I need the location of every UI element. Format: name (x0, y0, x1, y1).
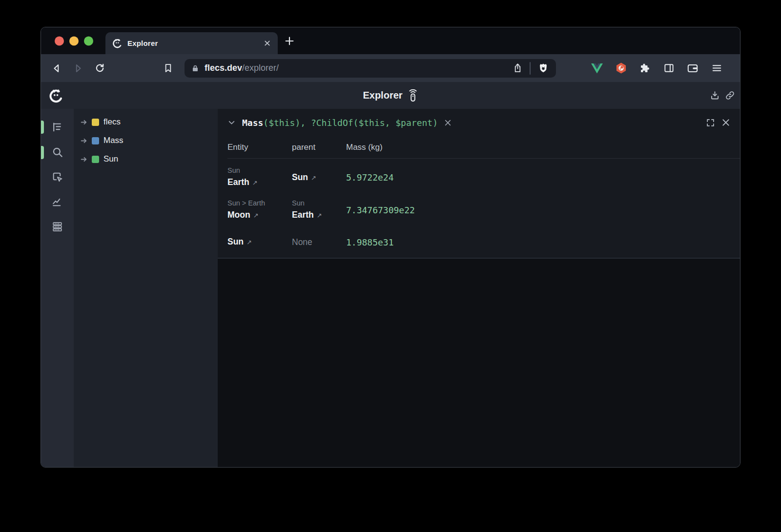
parent-cell: Sun↗ (292, 165, 346, 189)
copy-link-icon[interactable] (724, 90, 735, 101)
entity-path: Sun > Earth (227, 198, 292, 208)
page-header: Explorer (41, 82, 740, 109)
column-header-mass: Mass (kg) (346, 143, 740, 152)
mass-cell: 5.9722e24 (346, 165, 740, 189)
tree-item-label: Mass (103, 136, 123, 145)
back-button[interactable] (46, 58, 67, 79)
clear-query-icon[interactable] (444, 119, 452, 127)
browser-tab[interactable]: Explorer (105, 32, 278, 54)
mass-cell: 1.9885e31 (346, 235, 740, 249)
browser-window: Explorer flecs.dev/explorer/ (41, 27, 740, 468)
active-indicator-tree (41, 121, 44, 134)
open-link-icon[interactable]: ↗ (317, 212, 322, 219)
parent-none: None (292, 236, 312, 249)
open-link-icon[interactable]: ↗ (311, 174, 316, 182)
entity-cell: Sun Earth↗ (227, 165, 292, 189)
left-icon-sidebar (41, 109, 74, 467)
url-domain: flecs.dev (205, 63, 242, 73)
entity-link[interactable]: Earth↗ (227, 176, 292, 189)
entity-color-swatch (92, 137, 99, 144)
page-header-actions (709, 90, 735, 101)
query-search-icon[interactable] (47, 140, 68, 164)
urlbar-divider (530, 62, 531, 75)
entity-tree-icon[interactable] (47, 115, 68, 140)
bookmark-icon[interactable] (157, 58, 179, 79)
active-indicator-query (41, 146, 44, 159)
tab-favicon-flecs-icon (112, 38, 123, 48)
browser-toolbar: flecs.dev/explorer/ (41, 54, 740, 82)
extensions-puzzle-icon[interactable] (638, 61, 652, 75)
forward-button[interactable] (67, 58, 89, 79)
mass-value: 7.34767309e22 (346, 205, 415, 215)
tree-item-label: Sun (103, 154, 118, 164)
close-window-button[interactable] (55, 36, 64, 45)
tree-item-sun[interactable]: Sun (74, 150, 218, 168)
open-link-icon[interactable]: ↗ (253, 212, 259, 219)
parent-path: Sun (292, 198, 346, 208)
close-panel-icon[interactable] (721, 118, 730, 127)
mass-value: 5.9722e24 (346, 172, 394, 183)
entity-link[interactable]: Moon↗ (227, 208, 292, 222)
open-link-icon[interactable]: ↗ (247, 239, 252, 246)
reload-button[interactable] (89, 58, 110, 79)
expand-arrow-icon[interactable] (80, 155, 88, 164)
table-row: Sun↗ None 1.9885e31 (227, 231, 740, 258)
menu-icon[interactable] (710, 61, 723, 75)
fullscreen-icon[interactable] (706, 118, 715, 127)
query-results-table: Entity parent Mass (kg) Sun Earth↗ Sun↗ (218, 136, 740, 258)
table-header-row: Entity parent Mass (kg) (227, 136, 740, 159)
query-expression[interactable]: Mass($this), ?ChildOf($this, $parent) (242, 118, 438, 128)
parent-link[interactable]: Sun↗ (292, 171, 316, 184)
tree-item-mass[interactable]: Mass (74, 131, 218, 150)
query-results-panel: Mass($this), ?ChildOf($this, $parent) (218, 109, 740, 259)
entity-name: Moon (227, 210, 250, 220)
url-bar[interactable]: flecs.dev/explorer/ (185, 59, 556, 78)
entity-name: Earth (227, 177, 249, 187)
parent-link[interactable]: Earth↗ (292, 208, 346, 222)
entity-path: Sun (227, 165, 292, 176)
expand-arrow-icon[interactable] (80, 137, 88, 145)
query-term-head: Mass (242, 118, 263, 128)
statistics-chart-icon[interactable] (47, 189, 68, 214)
entity-color-swatch (92, 119, 99, 126)
table-row: Sun > Earth Moon↗ Sun Earth↗ 7.34767309e… (227, 194, 740, 226)
vue-devtools-icon[interactable] (590, 61, 604, 75)
entity-color-swatch (92, 156, 99, 163)
flecs-logo-icon[interactable] (49, 88, 63, 103)
entity-name: Sun (227, 237, 244, 246)
new-tab-button[interactable] (284, 36, 295, 46)
mass-value: 1.9885e31 (346, 237, 394, 247)
minimize-window-button[interactable] (69, 36, 79, 45)
tab-strip: Explorer (41, 27, 740, 54)
tree-item-flecs[interactable]: flecs (74, 113, 218, 131)
parent-cell: Sun Earth↗ (292, 198, 346, 222)
expand-arrow-icon[interactable] (80, 118, 88, 126)
parent-name: Sun (292, 172, 308, 182)
memory-icon[interactable] (47, 214, 68, 239)
brave-shields-icon[interactable] (537, 62, 549, 74)
url-text: flecs.dev/explorer/ (205, 63, 279, 73)
extension-icons (562, 61, 735, 75)
column-header-entity: Entity (227, 143, 292, 152)
open-link-icon[interactable]: ↗ (252, 179, 258, 186)
entity-tree-panel: flecs Mass Sun (74, 109, 218, 467)
download-icon[interactable] (709, 90, 720, 101)
sidebar-toggle-icon[interactable] (662, 61, 676, 75)
parent-cell: None (292, 235, 346, 249)
mass-cell: 7.34767309e22 (346, 198, 740, 222)
remote-connection-icon[interactable] (408, 89, 418, 102)
wallet-icon[interactable] (686, 61, 699, 75)
urlbar-right-icons (513, 62, 549, 75)
query-panel-actions (706, 118, 730, 127)
inspector-icon[interactable] (47, 164, 68, 189)
tab-close-icon[interactable] (264, 40, 271, 47)
tree-item-label: flecs (103, 117, 121, 127)
entity-cell: Sun > Earth Moon↗ (227, 198, 292, 222)
share-icon[interactable] (513, 63, 523, 73)
parent-name: Earth (292, 210, 314, 220)
table-row: Sun Earth↗ Sun↗ 5.9722e24 (227, 161, 740, 194)
chevron-down-icon[interactable] (227, 119, 236, 127)
zoom-window-button[interactable] (84, 36, 93, 45)
entity-link[interactable]: Sun↗ (227, 235, 252, 249)
hexagon-extension-icon[interactable] (614, 61, 628, 75)
